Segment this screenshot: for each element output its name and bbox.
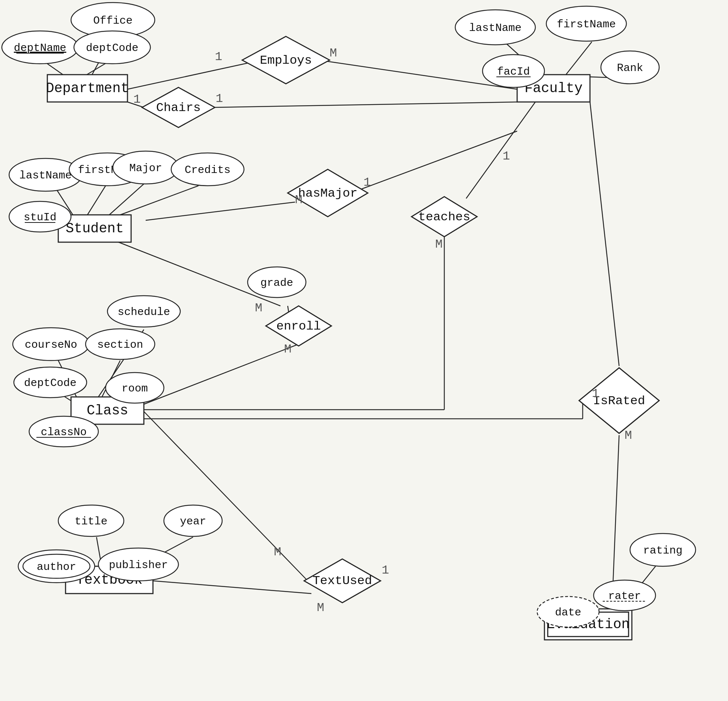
card-Chairs-1a: 1 <box>133 93 140 106</box>
attr-stu-stuId-label: stuId <box>24 211 56 224</box>
entity-Student-label: Student <box>65 221 124 236</box>
card-hasMajor-1: 1 <box>364 175 371 189</box>
rel-teaches-label: teaches <box>419 210 471 224</box>
attr-cls-courseNo-label: courseNo <box>25 339 77 351</box>
attr-tb-year-label: year <box>180 515 206 528</box>
rel-Employs-label: Employs <box>260 53 312 67</box>
attr-enroll-grade-label: grade <box>260 277 293 289</box>
attr-cls-deptCode-label: deptCode <box>24 377 77 389</box>
attr-stu-Major-label: Major <box>129 162 162 175</box>
attr-ev-rater-label: rater <box>608 590 641 602</box>
rel-TextUsed-label: TextUsed <box>312 574 372 588</box>
card-Chairs-1b: 1 <box>215 92 223 106</box>
attr-tb-publisher-label: publisher <box>109 559 168 571</box>
svg-line-4 <box>565 42 592 77</box>
entity-Department-label: Department <box>46 81 129 96</box>
svg-line-37 <box>590 102 619 366</box>
attr-cls-classNo-label: classNo <box>41 426 87 438</box>
attr-ev-rating-label: rating <box>643 544 682 557</box>
rel-hasMajor-label: hasMajor <box>298 186 357 200</box>
card-TextUsed-1: 1 <box>382 563 389 577</box>
attr-Office-label: Office <box>93 14 133 27</box>
attr-cls-schedule-label: schedule <box>118 306 170 318</box>
svg-line-13 <box>87 186 105 215</box>
svg-line-8 <box>127 62 253 89</box>
svg-line-11 <box>213 102 517 107</box>
card-teaches-M: M <box>435 237 442 251</box>
rel-IsRated-label: IsRated <box>593 394 645 408</box>
attr-stu-lastName-label: lastName <box>19 169 72 182</box>
er-diagram: .entity-rect { fill: white; stroke: #222… <box>0 0 728 701</box>
card-IsRated-1: 1 <box>592 387 599 400</box>
attr-ev-date-label: date <box>555 606 581 619</box>
attr-fac-facId-label: facId <box>497 65 530 78</box>
svg-line-15 <box>109 184 144 215</box>
card-teaches-1: 1 <box>503 149 510 163</box>
card-enroll-M-stu: M <box>255 301 262 315</box>
entity-Class-label: Class <box>87 403 128 418</box>
card-IsRated-M: M <box>625 429 632 442</box>
card-TextUsed-M-tb: M <box>317 601 324 615</box>
attr-deptName-label: deptName <box>14 42 66 54</box>
svg-line-23 <box>144 344 299 404</box>
attr-tb-title-label: title <box>75 515 107 528</box>
card-TextUsed-M-cls: M <box>274 545 281 559</box>
attr-cls-section-label: section <box>97 339 143 351</box>
attr-fac-lastName-label: lastName <box>469 22 521 34</box>
svg-line-19 <box>466 102 535 198</box>
svg-line-16 <box>120 186 198 215</box>
attr-stu-Credits-label: Credits <box>185 164 231 176</box>
attr-fac-Rank-label: Rank <box>617 62 643 74</box>
attr-cls-room-label: room <box>121 382 148 395</box>
rel-enroll-label: enroll <box>276 319 321 333</box>
card-hasMajor-M: M <box>295 193 302 207</box>
card-Employs-M: M <box>329 46 337 60</box>
card-Employs-1: 1 <box>215 50 222 64</box>
svg-line-32 <box>153 581 311 594</box>
svg-line-17 <box>146 202 295 220</box>
rel-Chairs-label: Chairs <box>156 101 201 115</box>
attr-deptCode-label: deptCode <box>86 42 139 54</box>
card-enroll-M-cls: M <box>284 342 291 356</box>
attr-fac-firstName-label: firstName <box>557 18 616 30</box>
attr-tb-author-label: author <box>37 561 76 573</box>
